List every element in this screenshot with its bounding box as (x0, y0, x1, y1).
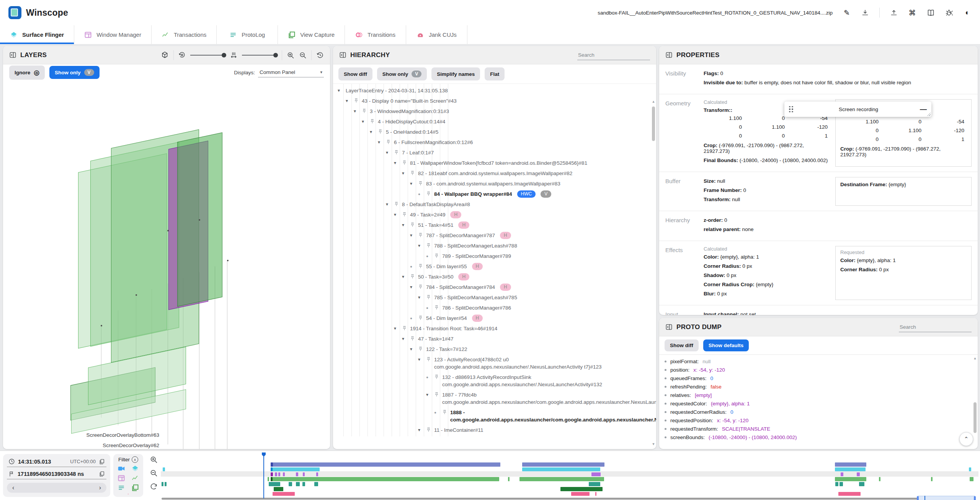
tree-node[interactable]: ▾83 - com.android.systemui.wallpapers.Im… (334, 179, 656, 189)
pin-icon[interactable] (410, 335, 415, 341)
trace-segment-active[interactable] (271, 467, 273, 472)
simplify-names-button[interactable]: Simplify names (431, 67, 480, 80)
track-transitions[interactable] (162, 492, 978, 496)
tree-node[interactable]: ▾43 - Display 0 name="Built-in Screen"#4… (334, 96, 656, 106)
trace-segment[interactable] (314, 482, 318, 486)
layer-name-label[interactable]: ScreenDecorOverlay#62 (56, 443, 159, 448)
tree-node[interactable]: ▾785 - SplitDecorManagerLeash#785 (334, 292, 656, 303)
pin-icon[interactable] (378, 128, 383, 134)
scrollbar-thumb[interactable] (973, 402, 977, 433)
expand-chevron[interactable]: ▾ (426, 391, 431, 398)
spacing-icon[interactable] (230, 51, 237, 59)
pin-icon[interactable] (362, 108, 367, 113)
ignore-button[interactable]: Ignore ◎ (9, 66, 45, 80)
show-only-button[interactable]: Show only V (377, 67, 427, 80)
trace-segment[interactable] (278, 472, 280, 477)
trace-segment[interactable] (274, 487, 283, 491)
pin-icon[interactable] (434, 304, 439, 310)
scroll-up-icon[interactable]: ▲ (652, 100, 655, 103)
trace-segment[interactable] (268, 477, 269, 481)
trace-segment[interactable] (522, 467, 600, 472)
tab-surface-flinger[interactable]: Surface Flinger (0, 25, 74, 44)
pin-icon[interactable] (418, 315, 423, 320)
expand-chevron[interactable]: ▾ (362, 118, 367, 125)
transactions-filter-icon[interactable] (131, 474, 139, 482)
scroll-down-icon[interactable]: ▼ (652, 442, 655, 446)
screen-recording-filter-icon[interactable] (118, 465, 125, 472)
pin-icon[interactable] (386, 139, 391, 144)
proto-row[interactable]: requestedPosition:x: -54, y: -120 (665, 416, 978, 425)
expand-chevron[interactable]: ▾ (370, 128, 375, 136)
scroll-up-icon[interactable]: ▲ (973, 356, 977, 360)
proto-row[interactable]: requestedCornerRadius:0 (665, 408, 978, 416)
pin-icon[interactable] (410, 170, 415, 175)
shortcuts-icon[interactable]: ⌘ (908, 8, 916, 17)
hierarchy-search-input[interactable] (577, 50, 650, 60)
slider-handle[interactable] (222, 53, 226, 57)
pin-icon[interactable] (426, 294, 431, 300)
expand-chevron[interactable]: ▾ (410, 180, 415, 187)
tab-jank-cujs[interactable]: Jank CUJs (406, 25, 467, 44)
cursor-handle-icon[interactable] (262, 452, 266, 457)
trace-segment[interactable] (519, 477, 604, 481)
proto-row[interactable]: requestedColor:{empty}, alpha: 1 (665, 399, 978, 408)
tree-node[interactable]: ●84 - Wallpaper BBQ wrapper#84HWCV (334, 189, 656, 199)
surface-flinger-filter-icon[interactable] (131, 465, 139, 472)
expand-chevron[interactable]: ▾ (378, 139, 383, 146)
expand-chevron[interactable]: ▾ (402, 273, 407, 280)
collapse-panel-icon[interactable] (665, 323, 673, 331)
minimap-selection[interactable] (918, 496, 975, 500)
trace-segment[interactable] (841, 472, 843, 477)
trace-segment[interactable] (840, 482, 843, 486)
proto-row[interactable]: refreshPending:false (665, 382, 978, 391)
drag-handle-icon[interactable] (789, 106, 793, 113)
theme-toggle-icon[interactable]: ◐ (963, 8, 972, 17)
expand-chevron[interactable]: ▾ (418, 242, 423, 249)
trace-segment[interactable] (970, 477, 973, 481)
collapse-panel-icon[interactable] (665, 51, 673, 59)
zoom-out-icon[interactable] (299, 51, 307, 59)
expand-chevron[interactable]: ▾ (338, 87, 343, 94)
pin-icon[interactable] (410, 273, 415, 279)
pin-icon[interactable] (426, 242, 431, 248)
track-protolog[interactable] (162, 482, 978, 486)
collapse-panel-icon[interactable] (339, 51, 346, 59)
trace-segment[interactable] (879, 477, 880, 481)
zoom-in-icon[interactable] (287, 51, 294, 59)
pin-icon[interactable] (402, 159, 407, 165)
expand-chevron[interactable]: ▾ (418, 294, 423, 301)
protolog-filter-icon[interactable] (118, 484, 125, 492)
filter-header[interactable]: Filter ∧ (118, 456, 138, 463)
trace-segment[interactable] (589, 482, 600, 486)
trace-segment[interactable] (838, 492, 861, 496)
tab-transactions[interactable]: Transactions (152, 25, 217, 44)
track-surface-flinger[interactable] (162, 467, 978, 472)
proto-row[interactable]: screenBounds:(-10800, -24000) - (10800, … (665, 433, 978, 441)
pin-icon[interactable] (434, 391, 439, 397)
tree-node[interactable]: ▾82 - 181eabf com.android.systemui.wallp… (334, 168, 656, 179)
tree-node[interactable]: ▾123 - ActivityRecord{4788c02 u0 com.goo… (334, 354, 656, 372)
human-time-row[interactable]: 14:31:05.013 UTC+00:00 (7, 457, 106, 467)
tree-node[interactable]: ▾LayerTraceEntry - 2024-03-31, 14:31:05.… (334, 85, 656, 96)
collapse-timeline-button[interactable]: ⌃ (959, 432, 973, 446)
track-window-manager[interactable] (162, 472, 978, 477)
trace-segment[interactable] (571, 492, 590, 496)
trace-segment[interactable] (859, 482, 864, 486)
tree-node[interactable]: ▾787 - SplitDecorManager#787H (334, 230, 656, 241)
tree-node[interactable]: ▾11 - ImeContainer#11 (334, 425, 656, 435)
expand-chevron[interactable]: ▾ (418, 426, 423, 434)
trace-segment[interactable] (296, 482, 300, 486)
tree-node[interactable]: ▾1914 - Transition Root: Task=46#1914 (334, 323, 656, 334)
tree-node[interactable]: ▾49 - Task=2#49H (334, 210, 656, 220)
tree-node[interactable]: ▾50 - Task=3#50H (334, 272, 656, 282)
collapse-panel-icon[interactable] (9, 51, 16, 59)
track-transactions[interactable] (162, 477, 978, 481)
tab-window-manager[interactable]: Window Manager (74, 25, 152, 44)
scrollbar-thumb[interactable] (652, 107, 655, 141)
proto-row[interactable]: relatives:[empty] (665, 391, 978, 399)
trace-segment[interactable] (273, 477, 499, 481)
tree-node[interactable]: ●789 - SplitDecorManager#789 (334, 251, 656, 261)
proto-scrollbar[interactable]: ▲ (973, 356, 977, 446)
tree-node[interactable]: ▾5 - OneHanded:0:14#5 (334, 127, 656, 137)
minimap-track[interactable] (162, 498, 975, 500)
